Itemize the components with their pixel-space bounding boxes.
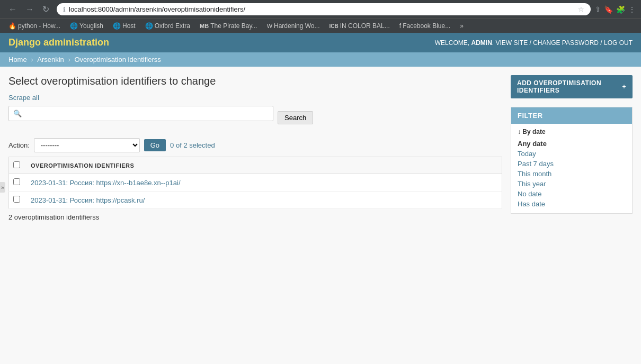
breadcrumb-current: Overoptimisation identifierss: [74, 56, 161, 63]
search-button[interactable]: Search: [278, 111, 313, 124]
filter-box: FILTER ↓ By date Any dateTodayPast 7 day…: [511, 107, 633, 214]
bookmark-python[interactable]: 🔥 python - How...: [5, 21, 64, 31]
table-header-identifiers: OVEROPTIMISATION IDENTIFIERS: [24, 157, 502, 174]
main-content: Select overoptimisation identifiers to c…: [0, 67, 641, 331]
row-checkbox[interactable]: [13, 196, 20, 203]
bookmark-facebook[interactable]: f Facebook Blue...: [396, 21, 453, 31]
row-identifier: 2023-01-31: Россия: https://xn--b1ae8e.x…: [24, 174, 502, 192]
collapse-toggle[interactable]: »: [0, 182, 5, 193]
filter-option: Past 7 days: [518, 159, 626, 169]
row-checkbox[interactable]: [13, 178, 20, 185]
breadcrumb-sep-1: ›: [31, 56, 35, 63]
browser-actions: ⇧ 🔖 🧩 ⋮: [595, 5, 636, 14]
action-label: Action:: [8, 141, 30, 149]
site-title[interactable]: Django administration: [8, 37, 109, 48]
breadcrumb-section[interactable]: Arsenkin: [37, 56, 64, 63]
filter-option-link[interactable]: Past 7 days: [518, 160, 554, 168]
filter-section-date: ↓ By date Any dateTodayPast 7 daysThis m…: [511, 124, 632, 213]
welcome-text: WELCOME,: [435, 39, 469, 47]
view-site-link[interactable]: VIEW SITE: [495, 39, 528, 47]
table-row: 2023-01-31: Россия: https://xn--b1ae8e.x…: [9, 174, 502, 192]
filter-option: This month: [518, 169, 626, 179]
add-button-label: ADD OVEROPTIMISATION IDENTIFIERS: [517, 79, 622, 94]
separator-2: /: [600, 39, 604, 47]
share-icon: ⇧: [595, 5, 601, 13]
selected-count: 0 of 2 selected: [170, 141, 215, 149]
select-all-checkbox[interactable]: [13, 161, 20, 168]
back-button[interactable]: ←: [5, 4, 20, 15]
row-checkbox-cell: [9, 192, 25, 209]
action-select[interactable]: --------: [34, 138, 140, 152]
filter-option-link[interactable]: This year: [518, 180, 546, 188]
filter-arrow-icon: ↓: [518, 128, 521, 135]
filter-options-list: Any dateTodayPast 7 daysThis monthThis y…: [518, 139, 626, 209]
row-identifier: 2023-01-31: Россия: https://pcask.ru/: [24, 192, 502, 209]
django-header: Django administration WELCOME, ADMIN. VI…: [0, 33, 641, 52]
filter-option: This year: [518, 179, 626, 189]
bookmark-youglish[interactable]: 🌐 Youglish: [67, 21, 106, 31]
data-table: OVEROPTIMISATION IDENTIFIERS 2023-01-31:…: [8, 157, 502, 209]
extension-icon: 🧩: [616, 5, 625, 14]
menu-icon[interactable]: ⋮: [628, 5, 636, 14]
breadcrumb-sep-2: ›: [68, 56, 72, 63]
bookmarks-bar: 🔥 python - How... 🌐 Youglish 🌐 Host 🌐 Ox…: [0, 19, 641, 33]
filter-option-link[interactable]: Today: [518, 150, 536, 158]
breadcrumb-home[interactable]: Home: [8, 56, 27, 63]
table-row: 2023-01-31: Россия: https://pcask.ru/: [9, 192, 502, 209]
filter-option-link[interactable]: No date: [518, 190, 542, 198]
add-icon: +: [622, 83, 626, 90]
search-bar: 🔍: [8, 106, 273, 121]
bookmark-more[interactable]: »: [457, 21, 467, 31]
lock-icon: ℹ: [63, 6, 66, 13]
bookmark-hardening[interactable]: W Hardening Wo...: [264, 21, 323, 31]
bookmark-pirate[interactable]: MB The Pirate Bay...: [197, 21, 261, 31]
address-text: localhost:8000/admin/arsenkin/overoptimi…: [69, 5, 575, 13]
search-icon: 🔍: [13, 110, 22, 117]
add-overoptimisation-button[interactable]: ADD OVEROPTIMISATION IDENTIFIERS +: [511, 75, 633, 98]
username: ADMIN: [471, 39, 492, 47]
bookmark-incolor[interactable]: ICB IN COLOR BAL...: [326, 21, 393, 31]
go-button[interactable]: Go: [144, 139, 166, 151]
log-out-link[interactable]: LOG OUT: [604, 39, 633, 47]
filter-sidebar: ADD OVEROPTIMISATION IDENTIFIERS + FILTE…: [511, 75, 633, 323]
filter-option-link[interactable]: Has date: [518, 200, 545, 208]
filter-section-title: ↓ By date: [518, 128, 626, 135]
result-count: 2 overoptimisation identifierss: [8, 209, 502, 225]
row-link[interactable]: 2023-01-31: Россия: https://xn--b1ae8e.x…: [31, 179, 181, 187]
address-bar[interactable]: ℹ localhost:8000/admin/arsenkin/overopti…: [57, 3, 591, 15]
filter-option-link[interactable]: This month: [518, 170, 551, 178]
bookmark-icon: 🔖: [604, 5, 613, 14]
change-password-link[interactable]: CHANGE PASSWORD: [533, 39, 599, 47]
filter-option: No date: [518, 189, 626, 199]
page-title: Select overoptimisation identifiers to c…: [8, 75, 502, 87]
star-icon: ☆: [578, 5, 584, 13]
select-all-header: [9, 157, 25, 174]
breadcrumb: Home › Arsenkin › Overoptimisation ident…: [0, 52, 641, 67]
browser-nav-buttons: ← → ↻: [5, 3, 52, 15]
refresh-button[interactable]: ↻: [39, 3, 52, 15]
user-info: WELCOME, ADMIN. VIEW SITE / CHANGE PASSW…: [435, 39, 633, 47]
forward-button[interactable]: →: [22, 4, 37, 15]
content-area: Select overoptimisation identifiers to c…: [8, 75, 502, 323]
filter-header: FILTER: [511, 107, 632, 124]
filter-option-active: Any date: [518, 140, 547, 148]
row-link[interactable]: 2023-01-31: Россия: https://pcask.ru/: [31, 196, 145, 204]
action-bar: Action: -------- Go 0 of 2 selected: [8, 138, 502, 152]
filter-option: Today: [518, 149, 626, 159]
filter-option: Has date: [518, 199, 626, 209]
search-input[interactable]: [25, 108, 269, 119]
row-checkbox-cell: [9, 174, 25, 192]
bookmark-host[interactable]: 🌐 Host: [110, 21, 139, 31]
bookmark-oxford[interactable]: 🌐 Oxford Extra: [142, 21, 193, 31]
filter-option: Any date: [518, 139, 626, 149]
scrape-all-link[interactable]: Scrape all: [8, 94, 39, 102]
browser-chrome: ← → ↻ ℹ localhost:8000/admin/arsenkin/ov…: [0, 0, 641, 19]
